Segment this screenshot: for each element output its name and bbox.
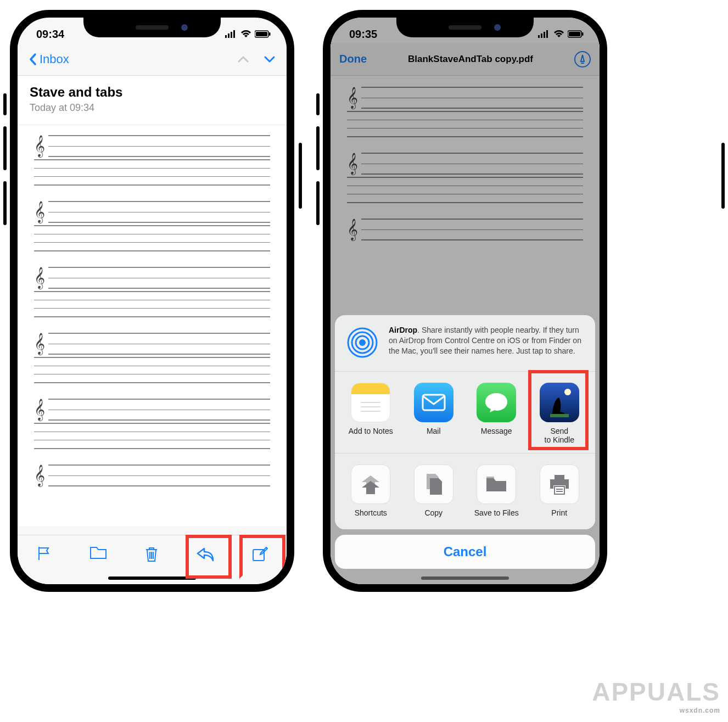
attachment-preview: 𝄞 𝄞 𝄞 𝄞 𝄞 𝄞 [34, 135, 270, 486]
copy-icon [423, 473, 444, 496]
airdrop-icon [345, 325, 380, 360]
callout-print [528, 370, 589, 450]
status-time: 09:34 [36, 28, 64, 41]
svg-rect-0 [225, 35, 227, 38]
next-message-button[interactable] [264, 55, 276, 64]
home-indicator[interactable] [421, 577, 509, 580]
shortcuts-icon [360, 473, 382, 495]
share-action-label: Save to Files [474, 508, 519, 517]
mail-timestamp: Today at 09:34 [30, 102, 275, 114]
share-action-savefiles[interactable]: Save to Files [468, 464, 525, 517]
move-button[interactable] [89, 545, 108, 561]
share-app-label: Message [481, 427, 512, 435]
mail-icon [421, 393, 446, 412]
svg-rect-5 [256, 32, 267, 36]
print-icon [548, 473, 571, 495]
airdrop-section[interactable]: AirDrop. Share instantly with people nea… [335, 315, 595, 372]
back-to-inbox-button[interactable]: Inbox [29, 52, 69, 66]
mail-navbar: Inbox [18, 43, 287, 76]
svg-rect-6 [269, 32, 271, 36]
share-app-notes[interactable]: Add to Notes [342, 383, 399, 444]
share-action-shortcuts[interactable]: Shortcuts [342, 464, 399, 517]
airdrop-text: AirDrop. Share instantly with people nea… [389, 325, 585, 360]
flag-button[interactable] [36, 545, 53, 562]
watermark: APPUALS wsxdn.com [592, 677, 720, 714]
share-actions-row[interactable]: Shortcuts Copy Save to Files Print [335, 454, 595, 529]
prev-message-button[interactable] [237, 55, 249, 64]
callout-compose [239, 535, 285, 579]
share-app-label: Mail [427, 427, 441, 435]
folder-icon [485, 475, 508, 494]
notch [396, 18, 534, 37]
svg-rect-3 [233, 30, 235, 38]
svg-rect-22 [423, 395, 445, 410]
notes-icon [359, 399, 383, 416]
trash-button[interactable] [144, 545, 159, 563]
mail-subject: Stave and tabs [30, 85, 275, 100]
svg-rect-1 [228, 33, 229, 38]
svg-rect-27 [555, 486, 564, 494]
home-indicator[interactable] [108, 577, 196, 580]
notch [83, 18, 221, 37]
back-label: Inbox [40, 52, 69, 66]
svg-rect-26 [555, 475, 564, 479]
cancel-button[interactable]: Cancel [335, 535, 595, 569]
status-indicators [225, 30, 271, 38]
svg-point-15 [359, 339, 366, 346]
mail-header: Stave and tabs Today at 09:34 [18, 76, 287, 125]
wifi-icon [240, 30, 251, 38]
share-action-label: Copy [424, 508, 443, 517]
message-icon [484, 391, 509, 414]
share-app-mail[interactable]: Mail [405, 383, 462, 444]
share-action-print[interactable]: Print [531, 464, 588, 517]
share-action-label: Shortcuts [355, 508, 387, 517]
cellular-icon [225, 30, 237, 38]
callout-reply [186, 535, 232, 579]
mail-body: 𝄞 𝄞 𝄞 𝄞 𝄞 𝄞 [18, 125, 287, 526]
battery-icon [255, 30, 271, 38]
share-action-copy[interactable]: Copy [405, 464, 462, 517]
share-action-label: Print [551, 508, 567, 517]
phone-right-share: 09:35 Done BlankStaveAndTab copy.pdf 𝄞 𝄞… [323, 10, 607, 592]
svg-rect-25 [486, 477, 494, 480]
share-app-message[interactable]: Message [468, 383, 525, 444]
phone-left-mail: 09:34 Inbox Stave and tabs Today at 09:3… [10, 10, 294, 592]
svg-rect-2 [231, 32, 232, 38]
share-app-label: Add to Notes [349, 427, 393, 435]
